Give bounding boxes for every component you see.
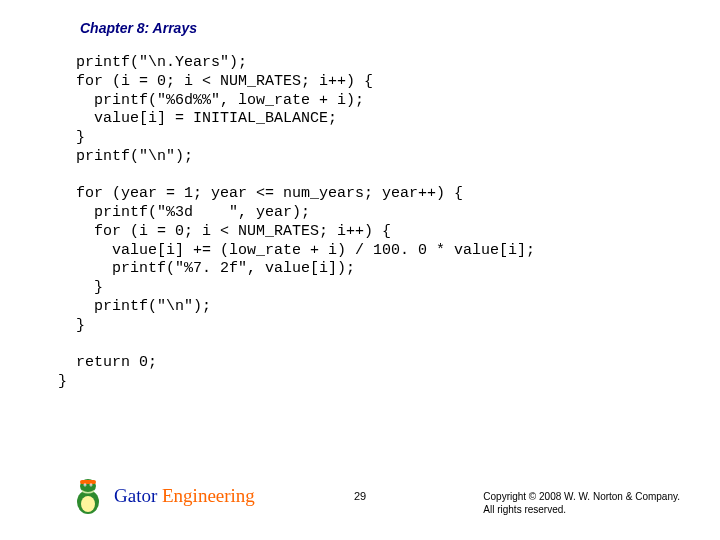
code-listing: printf("\n.Years"); for (i = 0; i < NUM_… xyxy=(58,54,535,392)
svg-point-1 xyxy=(81,496,95,512)
gator-logo-icon xyxy=(70,476,106,516)
page-number: 29 xyxy=(354,490,366,502)
brand-gator: Gator xyxy=(114,485,157,506)
slide-footer: Gator Engineering 29 Copyright © 2008 W.… xyxy=(0,476,720,516)
brand-text: Gator Engineering xyxy=(114,485,255,507)
svg-point-7 xyxy=(90,484,91,485)
svg-point-6 xyxy=(84,484,85,485)
chapter-title: Chapter 8: Arrays xyxy=(80,20,197,36)
copyright-text: Copyright © 2008 W. W. Norton & Company.… xyxy=(483,490,680,516)
brand-engineering: Engineering xyxy=(157,485,255,506)
svg-rect-3 xyxy=(80,480,96,484)
